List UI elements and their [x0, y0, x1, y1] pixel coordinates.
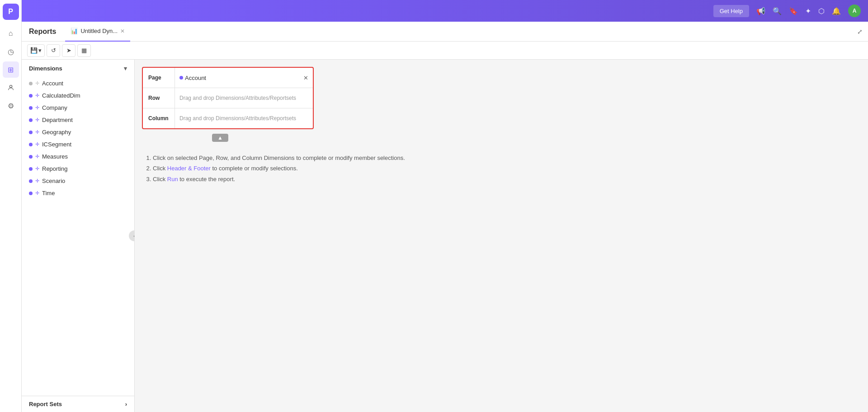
dim-label-department: Department [42, 117, 73, 123]
dim-label-geography: Geography [42, 129, 71, 136]
sidebar-header: Dimensions ▾ [22, 60, 134, 75]
export-icon: ➤ [66, 47, 71, 54]
page-chip[interactable]: Account [179, 75, 206, 81]
column-content[interactable]: Drag and drop Dimensions/Attributes/Repo… [175, 108, 313, 128]
expand-icon[interactable]: ⤢ [857, 28, 863, 35]
content-area: Reports 📊 Untitled Dyn... ✕ ⤢ 💾 ▾ ↺ ➤ ▦ [22, 22, 868, 412]
dim-item-reporting[interactable]: ✛ Reporting [22, 163, 134, 175]
dim-dot-scenario [29, 179, 33, 183]
report-sets-expand-icon: › [125, 401, 127, 407]
page-title: Reports [29, 28, 56, 36]
nav-people[interactable] [3, 80, 19, 96]
dimensions-label: Dimensions [29, 65, 62, 72]
report-canvas: Page Account ✕ Row Drag a [135, 60, 868, 412]
dim-dot-calculateddim [29, 94, 33, 98]
row-row: Row Drag and drop Dimensions/Attributes/… [143, 88, 313, 108]
collapse-button[interactable]: ▲ [212, 134, 228, 142]
bookmark-icon[interactable]: 🔖 [789, 7, 798, 15]
tab-bar: Reports 📊 Untitled Dyn... ✕ ⤢ [22, 22, 868, 42]
dim-item-department[interactable]: ✛ Department [22, 114, 134, 126]
page-chip-dot [179, 76, 183, 80]
save-button[interactable]: 💾 ▾ [27, 44, 45, 57]
dimensions-collapse-icon[interactable]: ▾ [124, 65, 127, 72]
dim-label-scenario: Scenario [42, 178, 65, 184]
dim-move-icon: ✛ [35, 166, 39, 172]
dim-label-reporting: Reporting [42, 165, 67, 172]
dim-item-measures[interactable]: ✛ Measures [22, 150, 134, 163]
page-label: Page [143, 75, 175, 81]
sidebar: Dimensions ▾ ✛ Account ✛ CalculatedDim [22, 60, 135, 412]
run-link[interactable]: Run [167, 176, 178, 183]
row-label: Row [143, 95, 175, 101]
page-content[interactable]: Account ✕ [175, 68, 313, 88]
dim-label-icsegment: ICSegment [42, 141, 71, 148]
row-content[interactable]: Drag and drop Dimensions/Attributes/Repo… [175, 88, 313, 108]
dim-label-measures: Measures [42, 153, 68, 160]
report-sets-label: Report Sets [29, 401, 62, 407]
dim-label-company: Company [42, 104, 67, 111]
nav-home[interactable]: ⌂ [3, 25, 19, 42]
dim-dot-account [29, 82, 33, 85]
top-header: Get Help 📢 🔍 🔖 ✦ ⬡ 🔔 A [22, 0, 868, 22]
nav-grid[interactable]: ⊞ [3, 61, 19, 78]
body-area: Dimensions ▾ ✛ Account ✛ CalculatedDim [22, 60, 868, 412]
active-tab[interactable]: 📊 Untitled Dyn... ✕ [65, 22, 130, 42]
dim-item-company[interactable]: ✛ Company [22, 102, 134, 114]
column-placeholder: Drag and drop Dimensions/Attributes/Repo… [179, 115, 296, 122]
tab-icon: 📊 [71, 28, 78, 34]
instruction-step2: Click Header & Footer to complete or mod… [153, 163, 861, 173]
dim-item-geography[interactable]: ✛ Geography [22, 126, 134, 138]
dim-label-calculateddim: CalculatedDim [42, 92, 80, 99]
header-footer-link[interactable]: Header & Footer [167, 165, 211, 172]
dim-dot-geography [29, 131, 33, 134]
refresh-button[interactable]: ↺ [47, 44, 60, 57]
run-button[interactable]: ▦ [77, 44, 91, 57]
cube-icon[interactable]: ⬡ [818, 7, 825, 15]
app-logo: P [3, 4, 19, 20]
export-button[interactable]: ➤ [62, 44, 75, 57]
dim-move-icon: ✛ [35, 178, 39, 184]
dim-move-icon: ✛ [35, 190, 39, 196]
dim-dot-company [29, 106, 33, 110]
dim-dot-time [29, 192, 33, 195]
bell-icon[interactable]: 🔔 [832, 7, 841, 15]
dim-dot-department [29, 118, 33, 122]
dim-item-calculateddim[interactable]: ✛ CalculatedDim [22, 89, 134, 102]
dim-move-icon: ✛ [35, 117, 39, 123]
dim-item-time[interactable]: ✛ Time [22, 187, 134, 199]
dim-dot-measures [29, 155, 33, 159]
get-help-button[interactable]: Get Help [713, 5, 749, 17]
save-icon: 💾 [30, 47, 38, 54]
instruction-step1: Click on selected Page, Row, and Column … [153, 153, 861, 163]
column-label: Column [143, 115, 175, 122]
instruction-step3: Click Run to execute the report. [153, 174, 861, 184]
mappin-icon[interactable]: ✦ [805, 7, 811, 15]
refresh-icon: ↺ [51, 47, 56, 54]
column-row: Column Drag and drop Dimensions/Attribut… [143, 108, 313, 128]
dim-item-account[interactable]: ✛ Account [22, 77, 134, 89]
page-chip-label: Account [185, 75, 206, 81]
collapse-row: ▲ [142, 134, 861, 142]
dim-move-icon: ✛ [35, 105, 39, 111]
dim-move-icon: ✛ [35, 129, 39, 135]
dim-item-icsegment[interactable]: ✛ ICSegment [22, 138, 134, 150]
sidebar-footer[interactable]: Report Sets › [22, 396, 134, 412]
main-area: Get Help 📢 🔍 🔖 ✦ ⬡ 🔔 A Reports 📊 Untitle… [22, 0, 868, 412]
dim-item-scenario[interactable]: ✛ Scenario [22, 175, 134, 187]
tab-close-button[interactable]: ✕ [120, 28, 125, 34]
nav-rail: P ⌂ ◷ ⊞ ⚙ [0, 0, 22, 412]
nav-recent[interactable]: ◷ [3, 43, 19, 60]
user-avatar[interactable]: A [848, 5, 861, 17]
megaphone-icon[interactable]: 📢 [756, 7, 765, 15]
dim-dot-icsegment [29, 143, 33, 146]
tab-label: Untitled Dyn... [80, 28, 118, 34]
page-chip-close-button[interactable]: ✕ [303, 75, 308, 81]
svg-point-0 [9, 85, 12, 88]
search-icon[interactable]: 🔍 [773, 7, 782, 15]
row-placeholder: Drag and drop Dimensions/Attributes/Repo… [179, 95, 296, 101]
nav-settings[interactable]: ⚙ [3, 98, 19, 114]
dim-label-time: Time [42, 190, 55, 197]
dim-label-account: Account [42, 80, 63, 87]
dim-move-icon: ✛ [35, 80, 39, 86]
dimension-selector: Page Account ✕ Row Drag a [142, 67, 314, 129]
